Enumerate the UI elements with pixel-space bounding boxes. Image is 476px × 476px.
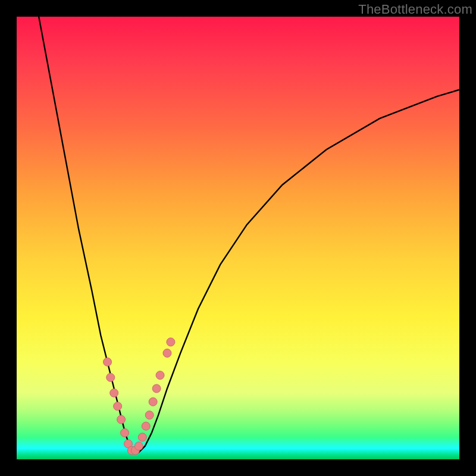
bottleneck-curve [39, 17, 459, 453]
chart-frame: TheBottleneck.com [0, 0, 476, 476]
curve-marker [152, 384, 161, 393]
curve-marker [156, 371, 164, 380]
curve-marker [167, 338, 175, 346]
curve-marker [117, 415, 126, 424]
curve-marker [121, 428, 129, 437]
plot-area [17, 17, 459, 459]
curve-marker [104, 358, 112, 366]
curve-marker [145, 411, 154, 419]
curve-marker [163, 349, 171, 357]
chart-svg [17, 17, 459, 459]
curve-marker [134, 442, 143, 450]
watermark-text: TheBottleneck.com [358, 2, 472, 17]
curve-marker [110, 389, 118, 397]
curve-marker [149, 397, 157, 406]
curve-marker [114, 402, 122, 411]
curve-marker [142, 422, 150, 430]
curve-marker [107, 373, 115, 381]
curve-marker [138, 433, 146, 441]
